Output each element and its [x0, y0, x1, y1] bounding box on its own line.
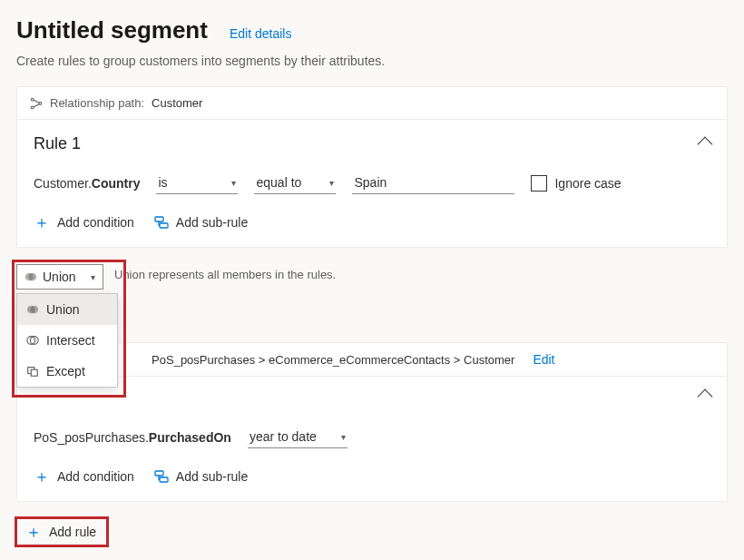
ignore-case-checkbox[interactable] [531, 175, 547, 192]
rule-card-2: Relationship path: PoS_posPurchases > eC… [16, 342, 728, 502]
svg-point-6 [28, 273, 36, 281]
set-operator-select[interactable]: Union ▾ [16, 264, 103, 290]
page-subtitle: Create rules to group customers into seg… [16, 54, 728, 68]
operator-select[interactable]: year to date▾ [248, 426, 348, 448]
add-subrule-button[interactable]: Add sub-rule [154, 469, 248, 484]
collapse-icon[interactable] [698, 389, 713, 405]
svg-rect-14 [160, 477, 168, 482]
chevron-down-icon: ▾ [329, 178, 334, 188]
except-icon [26, 365, 39, 378]
subrule-icon [154, 216, 169, 229]
svg-point-0 [31, 98, 34, 101]
chevron-down-icon: ▾ [341, 432, 346, 442]
rule-1-title: Rule 1 [34, 134, 81, 153]
add-subrule-button[interactable]: Add sub-rule [154, 215, 248, 230]
edit-details-link[interactable]: Edit details [230, 26, 291, 41]
svg-point-8 [30, 306, 38, 314]
page-title: Untitled segment [16, 16, 208, 44]
svg-rect-4 [160, 223, 168, 228]
add-rule-button[interactable]: ＋ Add rule [16, 518, 105, 545]
relationship-path-label: Relationship path: [50, 96, 144, 110]
add-condition-button[interactable]: ＋ Add condition [34, 214, 134, 231]
relationship-path: PoS_posPurchases > eCommerce_eCommerceCo… [152, 353, 514, 367]
relationship-path-entity: Customer [152, 96, 202, 110]
set-operator-dropdown: Union Intersect Except [16, 293, 118, 388]
relationship-path-icon [30, 97, 43, 110]
edit-path-link[interactable]: Edit [533, 352, 554, 367]
set-operator-description: Union represents all members in the rule… [114, 268, 336, 281]
svg-rect-3 [155, 217, 163, 221]
dropdown-option-except[interactable]: Except [17, 356, 117, 387]
ignore-case-label: Ignore case [554, 176, 621, 191]
plus-icon: ＋ [34, 214, 50, 231]
union-icon [26, 303, 39, 316]
plus-icon: ＋ [25, 524, 42, 540]
comparator-select[interactable]: equal to▾ [254, 172, 336, 194]
operator-select[interactable]: is▾ [156, 172, 238, 194]
svg-point-1 [31, 105, 34, 108]
svg-rect-13 [155, 471, 163, 476]
union-icon [24, 270, 37, 283]
rule-card-1: Relationship path: Customer Rule 1 Custo… [16, 86, 728, 248]
collapse-icon[interactable] [698, 136, 713, 152]
svg-point-2 [39, 102, 42, 104]
add-condition-button[interactable]: ＋ Add condition [34, 468, 134, 485]
condition-attribute[interactable]: PoS_posPurchases.PurchasedOn [34, 430, 231, 445]
intersect-icon [26, 334, 39, 347]
svg-rect-12 [31, 369, 37, 376]
dropdown-option-union[interactable]: Union [17, 294, 117, 325]
value-input[interactable] [352, 172, 514, 194]
plus-icon: ＋ [34, 468, 50, 485]
chevron-down-icon: ▾ [231, 178, 236, 188]
dropdown-option-intersect[interactable]: Intersect [17, 325, 117, 356]
subrule-icon [154, 470, 169, 483]
condition-attribute[interactable]: Customer.Country [34, 176, 140, 191]
set-operator-area: Union ▾ Union represents all members in … [16, 264, 728, 290]
chevron-down-icon: ▾ [91, 272, 95, 282]
